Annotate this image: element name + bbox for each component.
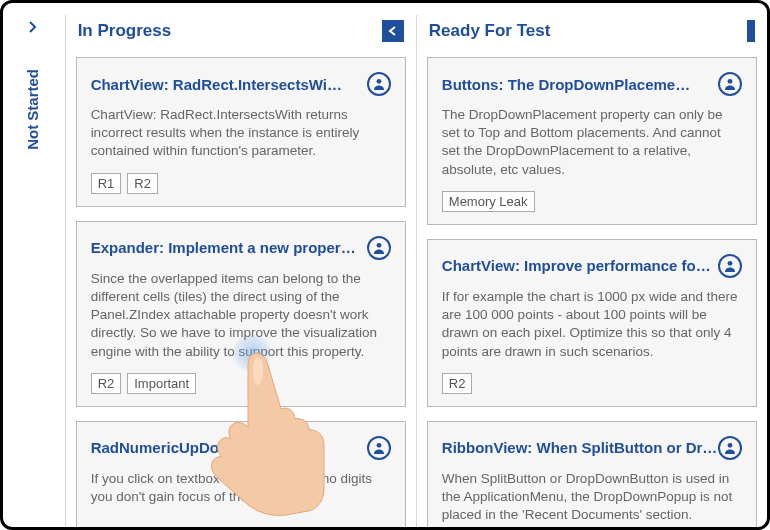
person-icon	[723, 441, 737, 455]
card-body: If you click on textbox where there are …	[91, 470, 391, 506]
svg-point-4	[728, 261, 733, 266]
person-icon	[372, 241, 386, 255]
card[interactable]: Expander: Implement a new proper… Since …	[76, 221, 406, 407]
card-title: ChartView: Improve performance fo…	[442, 257, 711, 274]
kanban-board: Not Started In Progress ChartView: RadRe…	[0, 0, 770, 530]
tag-list: R2 Important	[91, 373, 391, 394]
tag-list: Memory Leak	[442, 191, 742, 212]
svg-point-2	[376, 443, 381, 448]
card[interactable]: ChartView: Improve performance fo… If fo…	[427, 239, 757, 407]
column-collapsed-not-started[interactable]: Not Started	[11, 15, 55, 527]
card[interactable]: Buttons: The DropDownPlaceme… The DropDo…	[427, 57, 757, 225]
chevron-right-icon	[27, 21, 39, 33]
card-title: RadNumericUpDown: …	[91, 439, 264, 456]
collapsed-column-label: Not Started	[24, 69, 41, 150]
person-icon	[372, 441, 386, 455]
card-title: RibbonView: When SplitButton or Dr…	[442, 439, 718, 456]
card-header: Expander: Implement a new proper…	[91, 236, 391, 260]
column-title: In Progress	[78, 21, 172, 41]
card-header: ChartView: RadRect.IntersectsWi…	[91, 72, 391, 96]
card-body: The DropDownPlacement property can only …	[442, 106, 742, 179]
tag[interactable]: R2	[442, 373, 473, 394]
tag-list: R2	[442, 373, 742, 394]
assignee-avatar[interactable]	[718, 436, 742, 460]
chevron-left-icon	[388, 26, 398, 36]
assignee-avatar[interactable]	[718, 72, 742, 96]
person-icon	[372, 77, 386, 91]
tag[interactable]: Memory Leak	[442, 191, 535, 212]
card-header: ChartView: Improve performance fo…	[442, 254, 742, 278]
card-body: ChartView: RadRect.IntersectsWith return…	[91, 106, 391, 161]
person-icon	[723, 77, 737, 91]
board-layout: Not Started In Progress ChartView: RadRe…	[3, 3, 767, 527]
assignee-avatar[interactable]	[367, 436, 391, 460]
assignee-avatar[interactable]	[367, 236, 391, 260]
svg-point-1	[376, 243, 381, 248]
card-title: ChartView: RadRect.IntersectsWi…	[91, 76, 342, 93]
card-title: Expander: Implement a new proper…	[91, 239, 356, 256]
column-ready-for-test: Ready For Test Buttons: The DropDownPlac…	[416, 15, 767, 527]
card-body: Since the overlapped items can belong to…	[91, 270, 391, 361]
tag[interactable]: Important	[127, 373, 196, 394]
column-header: In Progress	[76, 15, 406, 57]
collapse-column-button[interactable]	[382, 20, 404, 42]
tag[interactable]: R2	[91, 373, 122, 394]
card-list: ChartView: RadRect.IntersectsWi… ChartVi…	[76, 57, 406, 527]
card[interactable]: RibbonView: When SplitButton or Dr… When…	[427, 421, 757, 527]
card-header: Buttons: The DropDownPlaceme…	[442, 72, 742, 96]
card-list: Buttons: The DropDownPlaceme… The DropDo…	[427, 57, 757, 527]
tag-list: R1 R2	[91, 173, 391, 194]
svg-point-3	[728, 79, 733, 84]
card-header: RadNumericUpDown: …	[91, 436, 391, 460]
card[interactable]: RadNumericUpDown: … If you click on text…	[76, 421, 406, 527]
column-title: Ready For Test	[429, 21, 551, 41]
card-body: When SplitButton or DropDownButton is us…	[442, 470, 742, 525]
assignee-avatar[interactable]	[718, 254, 742, 278]
person-icon	[723, 259, 737, 273]
card-title: Buttons: The DropDownPlaceme…	[442, 76, 690, 93]
card-body: If for example the chart is 1000 px wide…	[442, 288, 742, 361]
collapse-column-button[interactable]	[747, 20, 755, 42]
tag[interactable]: R1	[91, 173, 122, 194]
expand-column-button[interactable]	[21, 15, 45, 39]
svg-point-5	[728, 443, 733, 448]
column-in-progress: In Progress ChartView: RadRect.Intersect…	[65, 15, 416, 527]
card-header: RibbonView: When SplitButton or Dr…	[442, 436, 742, 460]
tag[interactable]: R2	[127, 173, 158, 194]
column-header: Ready For Test	[427, 15, 757, 57]
svg-point-0	[376, 79, 381, 84]
card[interactable]: ChartView: RadRect.IntersectsWi… ChartVi…	[76, 57, 406, 207]
assignee-avatar[interactable]	[367, 72, 391, 96]
